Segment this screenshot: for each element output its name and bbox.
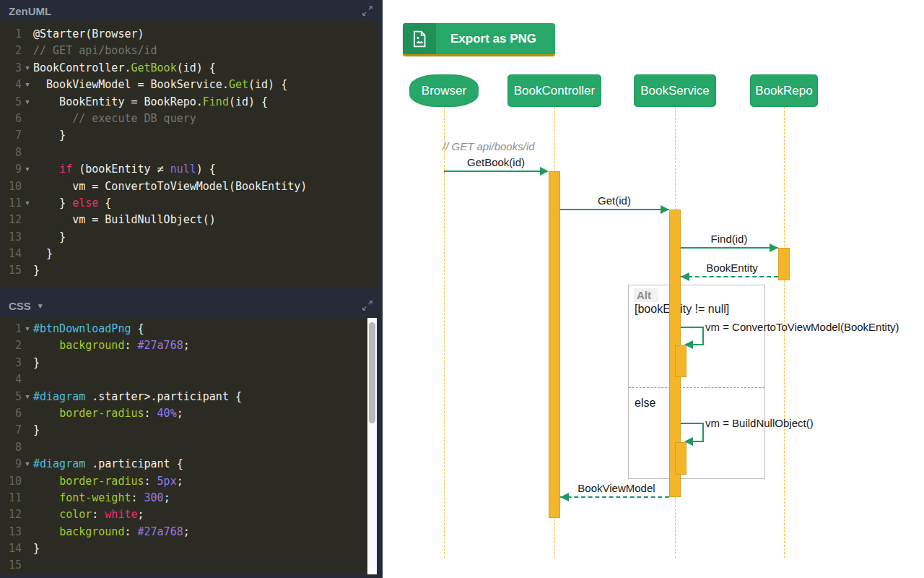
code-line: 12 vm = BuildNullObject()	[0, 212, 377, 228]
line-number: 2	[0, 43, 22, 59]
expand-icon[interactable]	[361, 4, 374, 17]
chevron-down-icon[interactable]: ▼	[37, 302, 44, 310]
fold-gutter	[22, 26, 33, 43]
message-comment: // GET api/books/id	[443, 140, 535, 152]
line-number: 14	[0, 540, 22, 557]
line-number: 15	[0, 262, 22, 279]
diagram-area: Export as PNG Browser BookController Boo…	[383, 0, 924, 578]
css-editor-scrollbar-track[interactable]	[367, 318, 377, 574]
arrowhead-icon	[684, 340, 693, 349]
code-line: 6 border-radius: 40%;	[0, 405, 367, 422]
self-message-label-buildnull: vm = BuildNullObject()	[705, 417, 814, 429]
arrowhead-icon	[684, 437, 693, 446]
code-line: 1▼#btnDownloadPng {	[0, 321, 367, 337]
self-call-bottom-if	[693, 344, 704, 345]
line-number: 12	[0, 212, 22, 228]
code-line: 13 background: #27a768;	[0, 524, 367, 540]
fold-arrow-icon[interactable]: ▼	[22, 161, 33, 178]
line-number: 5	[0, 94, 22, 111]
message-label-getbook: GetBook(id)	[467, 156, 525, 168]
code-text: background: #27a768;	[33, 337, 367, 354]
code-line: 13 }	[0, 229, 377, 246]
activation-bar-bookcontroller	[549, 171, 560, 518]
fold-gutter	[22, 144, 33, 161]
code-line: 3}	[0, 355, 367, 371]
fold-gutter	[22, 212, 33, 228]
fold-arrow-icon[interactable]: ▼	[22, 60, 33, 77]
line-number: 4	[0, 77, 22, 93]
arrowhead-icon	[661, 205, 669, 214]
arrowhead-icon	[681, 272, 689, 281]
code-line: 9▼#diagram .participant {	[0, 456, 367, 473]
fold-arrow-icon[interactable]: ▼	[22, 389, 33, 405]
message-arrow-getbook	[444, 171, 543, 172]
code-line: 3▼BookController.GetBook(id) {	[0, 60, 377, 77]
code-line: 2 background: #27a768;	[0, 337, 367, 354]
line-number: 15	[0, 557, 22, 574]
line-number: 2	[0, 337, 22, 354]
fold-arrow-icon[interactable]: ▼	[22, 321, 33, 337]
fold-arrow-icon[interactable]: ▼	[22, 94, 33, 111]
code-line: 9▼ if (bookEntity ≠ null) {	[0, 161, 377, 178]
fold-gutter	[22, 262, 33, 279]
code-text	[33, 557, 367, 574]
code-text: vm = BuildNullObject()	[33, 212, 377, 228]
export-png-button[interactable]: Export as PNG	[403, 23, 555, 56]
code-line: 11 font-weight: 300;	[0, 490, 367, 506]
fold-gutter	[22, 229, 33, 246]
code-line: 5▼ BookEntity = BookRepo.Find(id) {	[0, 94, 377, 111]
code-line: 7}	[0, 422, 367, 439]
participant-browser: Browser	[409, 74, 479, 107]
code-line: 11▼ } else {	[0, 195, 377, 212]
code-text	[33, 371, 367, 388]
code-line: 4	[0, 371, 367, 388]
fold-arrow-icon[interactable]: ▼	[22, 456, 33, 473]
code-text: font-weight: 300;	[33, 490, 367, 506]
code-line: 6 // execute DB query	[0, 111, 377, 127]
fold-gutter	[22, 127, 33, 144]
expand-icon[interactable]	[361, 299, 374, 312]
code-text: border-radius: 5px;	[33, 473, 367, 490]
code-text: } else {	[33, 195, 377, 212]
css-panel-header: CSS ▼	[0, 295, 383, 316]
code-line: 4▼ BookViewModel = BookService.Get(id) {	[0, 77, 377, 93]
code-text: #diagram .starter>.participant {	[33, 389, 367, 405]
line-number: 1	[0, 26, 22, 43]
code-text: if (bookEntity ≠ null) {	[33, 161, 377, 178]
code-text: background: #27a768;	[33, 524, 367, 540]
self-message-label-convert: vm = ConvertoToViewModel(BookEntity)	[705, 321, 899, 333]
line-number: 10	[0, 178, 22, 195]
message-label-find: Find(id)	[711, 233, 748, 245]
code-text: BookController.GetBook(id) {	[33, 60, 377, 77]
css-code-editor[interactable]: 1▼#btnDownloadPng {2 background: #27a768…	[0, 318, 367, 574]
image-file-icon	[403, 23, 436, 54]
alt-fragment-label: Alt	[634, 288, 658, 302]
fold-gutter	[22, 405, 33, 422]
code-line: 5▼#diagram .starter>.participant {	[0, 389, 367, 405]
line-number: 3	[0, 60, 22, 77]
line-number: 3	[0, 355, 22, 371]
fold-arrow-icon[interactable]: ▼	[22, 77, 33, 93]
line-number: 8	[0, 144, 22, 161]
code-line: 14}	[0, 540, 367, 557]
line-number: 1	[0, 321, 22, 337]
code-text: border-radius: 40%;	[33, 405, 367, 422]
code-text: #diagram .participant {	[33, 456, 367, 473]
fold-arrow-icon[interactable]: ▼	[22, 195, 33, 212]
lifeline-browser	[444, 107, 445, 558]
message-label-bookentity: BookEntity	[706, 262, 758, 274]
fold-gutter	[22, 506, 33, 523]
fold-gutter	[22, 557, 33, 574]
code-line: 15}	[0, 262, 377, 279]
editor-column: ZenUML 1@Starter(Browser)2// GET api/boo…	[0, 0, 383, 578]
fold-gutter	[22, 371, 33, 388]
code-text: }	[33, 246, 377, 262]
fold-gutter	[22, 524, 33, 540]
zenuml-code-editor[interactable]: 1@Starter(Browser)2// GET api/books/id3▼…	[0, 22, 377, 288]
line-number: 10	[0, 473, 22, 490]
code-line: 2// GET api/books/id	[0, 43, 377, 59]
fold-gutter	[22, 178, 33, 195]
css-editor-scrollbar-thumb[interactable]	[369, 322, 375, 423]
code-line: 15	[0, 557, 367, 574]
fold-gutter	[22, 246, 33, 262]
